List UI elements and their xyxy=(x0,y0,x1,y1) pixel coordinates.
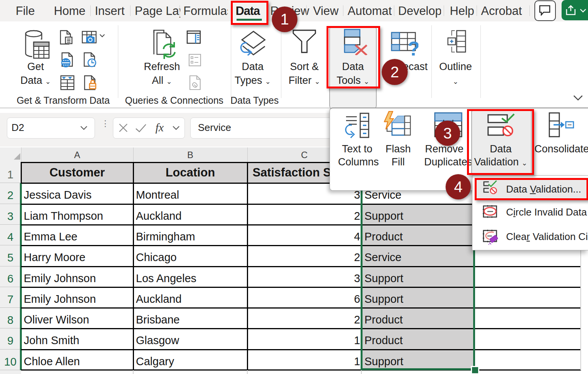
svg-text:?: ? xyxy=(408,38,418,57)
